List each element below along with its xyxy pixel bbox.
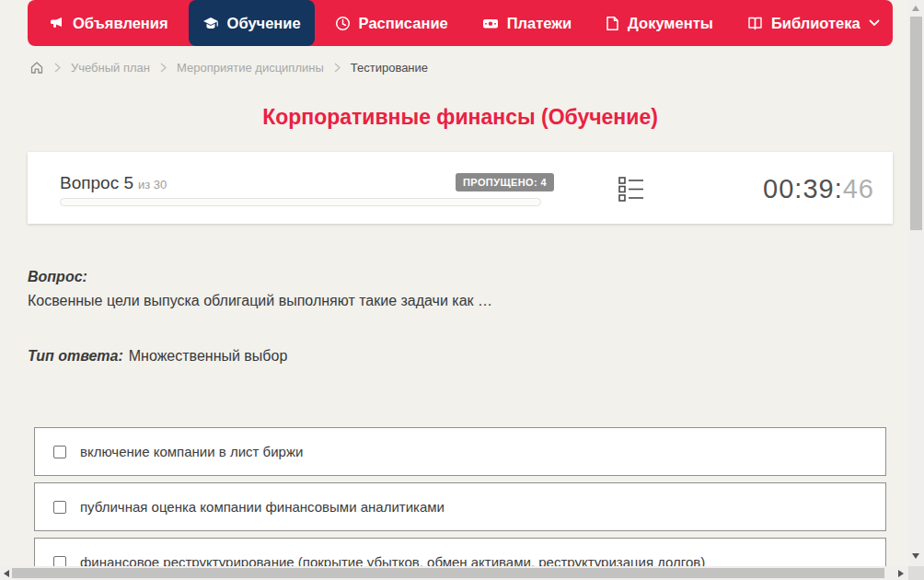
page-title: Корпоративные финансы (Обучение) (0, 105, 920, 130)
breadcrumb-curriculum[interactable]: Учебный план (71, 61, 150, 75)
scroll-right-arrow-icon[interactable] (898, 570, 904, 577)
timer-minutes: 00:39: (763, 174, 843, 203)
graduation-cap-icon (202, 16, 219, 31)
nav-item-label: Документы (628, 15, 713, 32)
breadcrumb-separator (160, 63, 167, 73)
horizontal-scrollbar[interactable] (0, 566, 908, 580)
breadcrumb-testing: Тестирование (351, 61, 428, 75)
skipped-badge: ПРОПУЩЕНО: 4 (456, 173, 554, 191)
chevron-down-icon (869, 19, 880, 27)
main-navbar: Объявления Обучение Расписание Платежи Д… (28, 0, 893, 46)
vertical-scrollbar-thumb[interactable] (910, 17, 922, 230)
nav-item-label: Библиотека (771, 15, 860, 32)
home-icon[interactable] (29, 61, 44, 75)
nav-item-label: Расписание (359, 15, 448, 32)
nav-item-library[interactable]: Библиотека (733, 0, 894, 46)
horizontal-scrollbar-thumb[interactable] (12, 568, 884, 578)
answer-option[interactable]: публичная оценка компании финансовыми ан… (34, 482, 886, 531)
answer-option[interactable]: включение компании в лист биржи (34, 427, 886, 476)
answer-type-line: Тип ответа:Множественный выбор (28, 348, 287, 365)
scroll-up-arrow-icon[interactable] (912, 6, 919, 11)
question-number: Вопрос 5из 30 (60, 173, 167, 193)
question-text: Косвенные цели выпуска облигаций выполня… (28, 293, 492, 309)
timer-seconds: 46 (843, 174, 874, 203)
question-total-label: из 30 (138, 178, 167, 191)
nav-item-learning[interactable]: Обучение (189, 0, 315, 46)
nav-item-announcements[interactable]: Объявления (35, 0, 182, 46)
answer-type-label: Тип ответа: (28, 348, 123, 364)
vertical-scrollbar[interactable] (908, 0, 924, 566)
question-heading: Вопрос: (28, 269, 87, 285)
scrollbar-corner (908, 566, 924, 580)
payment-card-icon (482, 16, 499, 31)
progress-bar (60, 198, 541, 206)
clock-icon (335, 16, 351, 31)
nav-item-label: Объявления (73, 15, 168, 32)
scroll-left-arrow-icon[interactable] (4, 570, 9, 577)
breadcrumb: Учебный план Мероприятие дисциплины Тест… (29, 58, 428, 76)
timer: 00:39:46 (763, 174, 874, 204)
nav-item-payments[interactable]: Платежи (468, 0, 585, 46)
nav-item-label: Платежи (507, 15, 572, 32)
breadcrumb-separator (54, 63, 61, 73)
question-number-label: Вопрос 5 (60, 173, 133, 192)
answer-option-label: включение компании в лист биржи (80, 444, 303, 459)
megaphone-icon (49, 16, 64, 31)
document-icon (606, 16, 619, 31)
book-icon (747, 16, 763, 31)
breadcrumb-discipline-event[interactable]: Мероприятие дисциплины (177, 61, 324, 75)
breadcrumb-separator (334, 63, 341, 73)
checkbox[interactable] (53, 501, 66, 514)
answer-option-label: публичная оценка компании финансовыми ан… (80, 499, 445, 515)
checkbox[interactable] (53, 446, 66, 458)
answer-type-value: Множественный выбор (129, 348, 288, 364)
question-list-icon[interactable] (618, 177, 644, 205)
nav-item-schedule[interactable]: Расписание (321, 0, 462, 46)
question-header-card: Вопрос 5из 30 ПРОПУЩЕНО: 4 00:39:46 (28, 152, 893, 224)
nav-item-documents[interactable]: Документы (592, 0, 727, 46)
scroll-down-arrow-icon[interactable] (912, 553, 919, 559)
nav-item-label: Обучение (227, 15, 301, 32)
